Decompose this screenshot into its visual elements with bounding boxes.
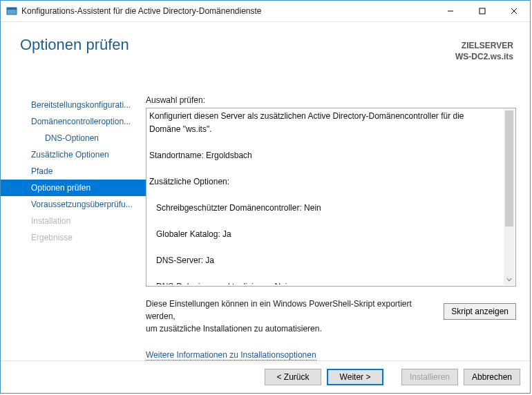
review-blank xyxy=(149,241,503,254)
view-script-button[interactable]: Skript anzeigen xyxy=(444,303,516,320)
maximize-button[interactable] xyxy=(466,1,498,21)
scroll-down-icon[interactable] xyxy=(504,274,515,285)
review-line: Domäne "ws.its". xyxy=(149,123,503,136)
step-dc-options[interactable]: Domänencontrolleroption... xyxy=(1,113,146,130)
review-line: Konfiguriert diesen Server als zusätzlic… xyxy=(149,110,503,123)
review-blank xyxy=(149,215,503,228)
review-line: Schreibgeschützter Domänencontroller: Ne… xyxy=(149,202,503,215)
wizard-steps-sidebar: Bereitstellungskonfigurati... Domänencon… xyxy=(1,94,146,360)
export-row: Diese Einstellungen können in ein Window… xyxy=(146,287,516,335)
step-dns-options[interactable]: DNS-Optionen xyxy=(1,130,146,146)
step-deployment-config[interactable]: Bereitstellungskonfigurati... xyxy=(1,97,146,113)
titlebar: Konfigurations-Assistent für die Active … xyxy=(1,1,530,22)
export-hint: Diese Einstellungen können in ein Window… xyxy=(146,298,435,335)
export-text-line: um zusätzliche Installationen zu automat… xyxy=(146,322,435,335)
review-textbox[interactable]: Konfiguriert diesen Server als zusätzlic… xyxy=(146,108,516,287)
review-line: DNS-Delegierung aktualisieren: Nein xyxy=(149,280,503,285)
page-title: Optionen prüfen xyxy=(20,36,455,54)
wizard-window: Konfigurations-Assistent für die Active … xyxy=(0,0,531,394)
step-additional-options[interactable]: Zusätzliche Optionen xyxy=(1,146,146,163)
more-info-link[interactable]: Weitere Informationen zu Installationsop… xyxy=(146,350,316,360)
svg-rect-1 xyxy=(7,8,17,10)
review-blank xyxy=(149,267,503,280)
scrollbar-thumb[interactable] xyxy=(505,110,513,227)
app-icon xyxy=(6,6,17,17)
review-content: Konfiguriert diesen Server als zusätzlic… xyxy=(149,110,503,285)
next-button[interactable]: Weiter > xyxy=(327,369,383,385)
review-line: Zusätzliche Optionen: xyxy=(149,175,503,189)
review-line: DNS-Server: Ja xyxy=(149,254,503,267)
review-blank xyxy=(149,189,503,202)
step-results: Ergebnisse xyxy=(1,229,146,246)
header: Optionen prüfen ZIELSERVER WS-DC2.ws.its xyxy=(1,22,530,94)
back-button[interactable]: < Zurück xyxy=(265,369,321,385)
export-text-line: Diese Einstellungen können in ein Window… xyxy=(146,298,435,322)
body: Bereitstellungskonfigurati... Domänencon… xyxy=(1,94,530,360)
step-paths[interactable]: Pfade xyxy=(1,163,146,180)
target-server-box: ZIELSERVER WS-DC2.ws.its xyxy=(455,36,513,62)
footer: < Zurück Weiter > Installieren Abbrechen xyxy=(1,360,530,393)
target-label: ZIELSERVER xyxy=(455,40,513,51)
minimize-button[interactable] xyxy=(435,1,466,21)
install-button: Installieren xyxy=(401,369,458,385)
review-label: Auswahl prüfen: xyxy=(146,95,516,105)
window-title: Konfigurations-Assistent für die Active … xyxy=(21,6,435,16)
target-value: WS-DC2.ws.its xyxy=(455,51,513,62)
step-installation: Installation xyxy=(1,213,146,229)
close-button[interactable] xyxy=(498,1,530,21)
cancel-button[interactable]: Abbrechen xyxy=(464,369,520,385)
review-blank xyxy=(149,162,503,175)
review-line: Standortname: Ergoldsbach xyxy=(149,149,503,162)
scrollbar-track[interactable] xyxy=(504,109,515,285)
step-review-options[interactable]: Optionen prüfen xyxy=(1,180,146,196)
review-blank xyxy=(149,136,503,149)
svg-rect-3 xyxy=(479,8,485,14)
review-line: Globaler Katalog: Ja xyxy=(149,228,503,241)
step-prereq-check[interactable]: Voraussetzungsüberprüfu... xyxy=(1,196,146,213)
main-panel: Auswahl prüfen: Konfiguriert diesen Serv… xyxy=(146,94,516,360)
